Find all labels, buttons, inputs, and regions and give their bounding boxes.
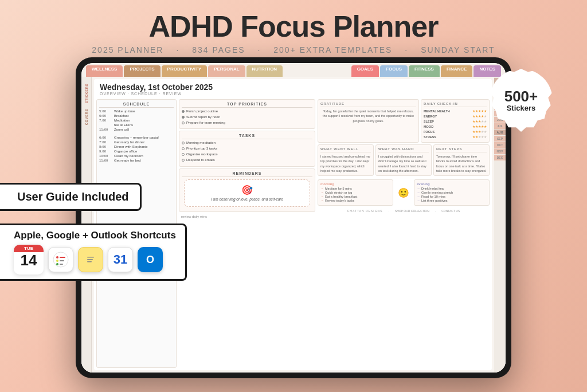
month-tab-sep[interactable]: SEP <box>494 136 506 142</box>
notes-app-icon[interactable] <box>78 247 103 272</box>
was-hard-text: I struggled with distractions and didn't… <box>378 154 429 173</box>
planner-footer: CHATTAN DESIGNS · SHOP OUR COLLECTION · … <box>318 207 490 214</box>
shortcuts-icons: TUE 14 31 <box>14 245 176 275</box>
task-item: Prioritize top 3 tasks <box>182 147 312 151</box>
month-tab-oct[interactable]: OCT <box>494 142 506 148</box>
evening-item: → Drink herbal tea <box>417 187 487 190</box>
tablet-screen: WELLNESS PROJECTS PRODUCTIVITY PERSONAL … <box>81 63 506 373</box>
svg-rect-6 <box>60 264 63 265</box>
reflection-section: WHAT WENT WELL I stayed focused and comp… <box>318 144 490 176</box>
tab-personal[interactable]: PERSONAL <box>208 65 245 77</box>
sticker-count: 500+ <box>504 89 538 104</box>
footer-shop: SHOP OUR COLLECTION <box>395 209 429 213</box>
tab-wellness[interactable]: WELLNESS <box>86 65 123 77</box>
schedule-item: 8:00 Dinner with Stephanie <box>99 145 174 148</box>
review-item: review daily wins <box>179 214 315 219</box>
user-guide-text: User Guide Included <box>17 190 128 203</box>
schedule-item: 7:00 Get ready for dinner <box>99 140 174 144</box>
tab-goals[interactable]: GOALS <box>351 65 379 77</box>
outlook-icon[interactable]: O <box>138 247 163 272</box>
evening-label: evening <box>417 182 487 186</box>
schedule-item: 6:00 Groceries – remember pasta! <box>99 136 174 139</box>
tasks-header: TASKS <box>182 134 312 139</box>
task-item: Organize workspace <box>182 152 312 157</box>
schedule-item: 9:00 Organize office <box>99 150 174 153</box>
morning-label: morning <box>320 182 390 186</box>
schedule-item: 11:00 Zoom call <box>99 128 174 131</box>
top-right-section: GRATITUDE Today, I'm grateful for the qu… <box>318 99 490 143</box>
page-header: ADHD Focus Planner 2025 PLANNER · 834 PA… <box>0 0 587 59</box>
evening-box: evening → Drink herbal tea → Gentle even… <box>414 179 490 206</box>
next-steps-box: NEXT STEPS Tomorrow, I'll set clearer ti… <box>433 144 490 176</box>
tab-finance[interactable]: FINANCE <box>441 65 473 77</box>
task-dot <box>182 116 185 119</box>
svg-point-0 <box>53 252 68 267</box>
tab-projects[interactable]: PROJECTS <box>124 65 160 77</box>
affirmation-icon: 🎯 <box>189 185 305 195</box>
subtitle-start: SUNDAY START <box>421 45 495 54</box>
sticker-label: Stickers <box>507 104 536 112</box>
month-tab-dec[interactable]: DEC <box>494 155 506 160</box>
subtitle-planner: 2025 PLANNER <box>92 45 163 54</box>
shortcuts-section: Apple, Google + Outlook Shortcuts TUE 14 <box>0 224 187 281</box>
checkin-row-focus: FOCUS ★★★★★ <box>424 130 487 134</box>
calendar-badge: TUE 14 <box>14 245 44 275</box>
tab-focus[interactable]: FOCUS <box>380 65 408 77</box>
affirmation-box: 🎯 I am deserving of love, peace, and sel… <box>184 179 310 207</box>
sep3: · <box>405 45 412 54</box>
side-tab-covers[interactable]: COVERS <box>84 107 89 127</box>
tablet-device: WELLNESS PROJECTS PRODUCTIVITY PERSONAL … <box>76 57 511 378</box>
svg-rect-10 <box>87 261 92 262</box>
svg-point-3 <box>56 260 58 262</box>
month-tab-nov[interactable]: NOV <box>494 148 506 154</box>
tab-nutrition[interactable]: NUTRITION <box>246 65 283 77</box>
evening-item: → List three positives <box>417 199 487 202</box>
evening-item: → Read for 10 mins <box>417 195 487 198</box>
tasks-box: TASKS Morning meditation Prioritize top … <box>179 131 315 166</box>
task-dot <box>182 153 185 156</box>
shortcuts-title: Apple, Google + Outlook Shortcuts <box>14 230 176 241</box>
side-tab-stickers[interactable]: STICKERS <box>84 81 89 105</box>
schedule-item: 10:00 Clean my bedroom <box>99 154 174 158</box>
gratitude-text: Today, I'm grateful for the quiet moment… <box>320 109 416 123</box>
task-dot <box>182 159 185 162</box>
checkin-row-sleep: SLEEP ★★★★★ <box>424 119 487 123</box>
was-hard-header: WHAT WAS HARD <box>378 147 429 152</box>
task-dot <box>182 147 185 150</box>
checkin-row-stress: STRESS ★★★★★ <box>424 135 487 139</box>
went-well-box: WHAT WENT WELL I stayed focused and comp… <box>318 144 374 176</box>
checkin-row-mood: MOOD ★★★★★ <box>424 124 487 128</box>
date-title: Wednesday, 1st October 2025 <box>100 83 486 92</box>
google-calendar-icon[interactable]: 31 <box>108 247 133 272</box>
priority-item: Prepare for team meeting <box>182 121 312 126</box>
morning-item: → Eat a healthy breakfast <box>320 195 390 198</box>
priority-item: Finish project outline <box>182 109 312 114</box>
went-well-header: WHAT WENT WELL <box>320 147 371 152</box>
subtitle-templates: 200+ EXTRA TEMPLATES <box>273 45 392 54</box>
svg-rect-8 <box>87 257 94 258</box>
schedule-item: 5:00 Wake up time <box>99 109 174 113</box>
tab-fitness[interactable]: FITNESS <box>409 65 440 77</box>
subtitle-pages: 834 PAGES <box>192 45 245 54</box>
svg-rect-7 <box>85 254 96 266</box>
reminders-app-icon[interactable] <box>48 247 73 272</box>
checkin-row-energy: ENERGY ★★★★★ <box>424 114 487 118</box>
task-item: Morning meditation <box>182 141 312 146</box>
morning-item: → Quick stretch or jog <box>320 191 390 194</box>
reminders-header: REMINDERS <box>182 171 312 177</box>
morning-box: morning → Meditate for 5 mins → Quick st… <box>318 179 393 206</box>
sep2: · <box>258 45 265 54</box>
affirmation-text: I am deserving of love, peace, and self-… <box>189 197 305 202</box>
page-title: ADHD Focus Planner <box>0 10 587 43</box>
tab-bar: WELLNESS PROJECTS PRODUCTIVITY PERSONAL … <box>81 63 506 77</box>
notes-section: morning → Meditate for 5 mins → Quick st… <box>318 179 490 206</box>
gratitude-box: GRATITUDE Today, I'm grateful for the qu… <box>318 99 419 143</box>
user-guide-badge: User Guide Included <box>0 183 142 211</box>
date-nav: OVERVIEW · SCHEDULE · REVIEW <box>100 92 486 96</box>
top-priorities-box: TOP PRIORITIES Finish project outline Su… <box>179 99 315 129</box>
tab-productivity[interactable]: PRODUCTIVITY <box>162 65 208 77</box>
evening-item: → Gentle evening stretch <box>417 191 487 194</box>
task-dot <box>182 121 185 124</box>
sep1: · <box>176 45 183 54</box>
morning-item: → Meditate for 5 mins <box>320 187 390 190</box>
